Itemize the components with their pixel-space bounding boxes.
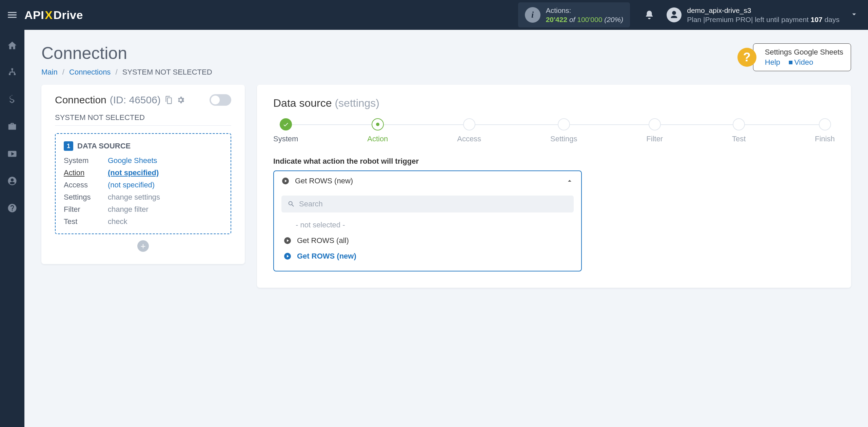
actions-of: of bbox=[567, 16, 577, 23]
ds-row-filter-label: Filter bbox=[64, 205, 108, 214]
dollar-icon bbox=[7, 95, 17, 105]
user-name: demo_apix-drive_s3 bbox=[687, 6, 840, 15]
breadcrumb-current: SYSTEM NOT SELECTED bbox=[122, 68, 212, 76]
brand-x: X bbox=[45, 8, 53, 22]
play-circle-icon bbox=[283, 237, 292, 245]
video-link[interactable]: ■Video bbox=[788, 58, 813, 66]
breadcrumb: Main / Connections / SYSTEM NOT SELECTED bbox=[41, 68, 212, 77]
add-source-button[interactable]: + bbox=[137, 240, 149, 252]
step-finish[interactable]: Finish bbox=[815, 118, 835, 143]
rail-account[interactable] bbox=[5, 174, 19, 188]
step-access[interactable]: Access bbox=[457, 118, 481, 143]
ds-row-system-label: System bbox=[64, 156, 108, 165]
actions-current: 20'422 bbox=[546, 16, 567, 23]
action-select-value: Get ROWS (new) bbox=[295, 177, 560, 185]
notifications-button[interactable] bbox=[642, 10, 656, 20]
step-system[interactable]: System bbox=[273, 118, 298, 143]
data-source-title: DATA SOURCE bbox=[77, 142, 131, 150]
option-not-selected: - not selected - bbox=[281, 217, 574, 233]
actions-total: 100'000 bbox=[577, 16, 602, 23]
copy-icon[interactable] bbox=[164, 96, 173, 104]
ds-row-settings-value[interactable]: change settings bbox=[108, 193, 222, 202]
help-badge[interactable]: ? bbox=[737, 48, 756, 67]
actions-percent: (20%) bbox=[602, 16, 623, 23]
option-get-rows-all[interactable]: Get ROWS (all) bbox=[281, 233, 574, 248]
user-menu[interactable]: demo_apix-drive_s3 Plan |Premium PRO| le… bbox=[667, 6, 840, 24]
search-icon bbox=[288, 200, 295, 208]
action-field-label: Indicate what action the robot will trig… bbox=[273, 157, 835, 166]
ds-row-test-value[interactable]: check bbox=[108, 217, 222, 226]
user-menu-caret[interactable] bbox=[850, 10, 859, 20]
data-source-number: 1 bbox=[64, 141, 73, 151]
bell-icon bbox=[644, 10, 654, 20]
plan-text: Plan |Premium PRO| left until payment bbox=[687, 16, 811, 23]
option-get-rows-new[interactable]: Get ROWS (new) bbox=[281, 248, 574, 264]
rail-connections[interactable] bbox=[5, 66, 19, 79]
hamburger-icon bbox=[6, 9, 18, 21]
sitemap-icon bbox=[7, 67, 17, 78]
action-select: Get ROWS (new) - not selected - Get ROWS… bbox=[273, 170, 582, 271]
briefcase-icon bbox=[7, 122, 17, 132]
ds-row-system-value[interactable]: Google Sheets bbox=[108, 156, 222, 165]
breadcrumb-connections[interactable]: Connections bbox=[69, 68, 111, 76]
topbar: APIXDrive i Actions: 20'422 of 100'000 (… bbox=[0, 0, 868, 30]
plan-days: 107 bbox=[811, 16, 823, 23]
help-title: Settings Google Sheets bbox=[765, 48, 843, 57]
question-circle-icon bbox=[7, 203, 17, 213]
home-icon bbox=[7, 40, 17, 50]
connection-id: (ID: 46506) bbox=[110, 94, 161, 106]
action-search-input[interactable] bbox=[299, 200, 568, 208]
action-select-dropdown: - not selected - Get ROWS (all) Get ROWS… bbox=[274, 191, 581, 271]
connection-toggle[interactable] bbox=[210, 94, 231, 106]
breadcrumb-main[interactable]: Main bbox=[41, 68, 58, 76]
rail-billing[interactable] bbox=[5, 93, 19, 106]
info-icon: i bbox=[525, 7, 540, 23]
actions-usage-box[interactable]: i Actions: 20'422 of 100'000 (20%) bbox=[518, 2, 630, 28]
data-source-box: 1 DATA SOURCE System Google Sheets Actio… bbox=[55, 133, 231, 234]
user-icon bbox=[669, 10, 679, 20]
gear-icon[interactable] bbox=[176, 96, 185, 104]
ds-row-filter-value[interactable]: change filter bbox=[108, 205, 222, 214]
check-icon bbox=[282, 121, 289, 128]
play-circle-icon bbox=[281, 177, 290, 185]
user-circle-icon bbox=[7, 176, 17, 186]
step-filter[interactable]: Filter bbox=[646, 118, 663, 143]
play-circle-icon bbox=[283, 252, 292, 260]
page-title: Connection bbox=[41, 43, 212, 63]
ds-row-access-label: Access bbox=[64, 181, 108, 189]
connection-subtitle: SYSTEM NOT SELECTED bbox=[55, 113, 231, 126]
video-icon: ■ bbox=[788, 58, 793, 66]
connection-card: Connection (ID: 46506) SYSTEM NOT SELECT… bbox=[41, 85, 245, 264]
rail-help[interactable] bbox=[5, 201, 19, 215]
step-action[interactable]: Action bbox=[367, 118, 388, 143]
rail-video[interactable] bbox=[5, 147, 19, 161]
help-link[interactable]: Help bbox=[765, 58, 780, 66]
rail-briefcase[interactable] bbox=[5, 120, 19, 134]
youtube-icon bbox=[7, 149, 17, 159]
action-select-head[interactable]: Get ROWS (new) bbox=[274, 171, 581, 191]
ds-row-settings-label: Settings bbox=[64, 193, 108, 202]
chevron-up-icon bbox=[566, 177, 574, 185]
step-settings[interactable]: Settings bbox=[550, 118, 577, 143]
data-source-settings-card: Data source (settings) System Action Acc… bbox=[257, 85, 851, 288]
connection-label: Connection bbox=[55, 94, 106, 106]
panel-title: Data source bbox=[273, 97, 332, 109]
panel-subtitle: (settings) bbox=[335, 97, 379, 109]
ds-row-action-label: Action bbox=[64, 168, 108, 177]
actions-label: Actions: bbox=[546, 6, 624, 15]
ds-row-action-value[interactable]: (not specified) bbox=[108, 168, 222, 177]
brand-pre: API bbox=[24, 8, 44, 21]
rail-home[interactable] bbox=[5, 39, 19, 52]
step-test[interactable]: Test bbox=[732, 118, 746, 143]
avatar bbox=[667, 7, 682, 22]
action-search-box bbox=[281, 196, 574, 212]
brand-logo[interactable]: APIXDrive bbox=[24, 0, 83, 30]
brand-post: Drive bbox=[53, 8, 83, 21]
help-card: Settings Google Sheets Help ■Video bbox=[753, 43, 851, 71]
chevron-down-icon bbox=[850, 10, 859, 19]
menu-toggle[interactable] bbox=[0, 0, 24, 30]
ds-row-access-value[interactable]: (not specified) bbox=[108, 181, 222, 189]
ds-row-test-label: Test bbox=[64, 217, 108, 226]
plan-suffix: days bbox=[823, 16, 840, 23]
left-rail bbox=[0, 30, 24, 427]
